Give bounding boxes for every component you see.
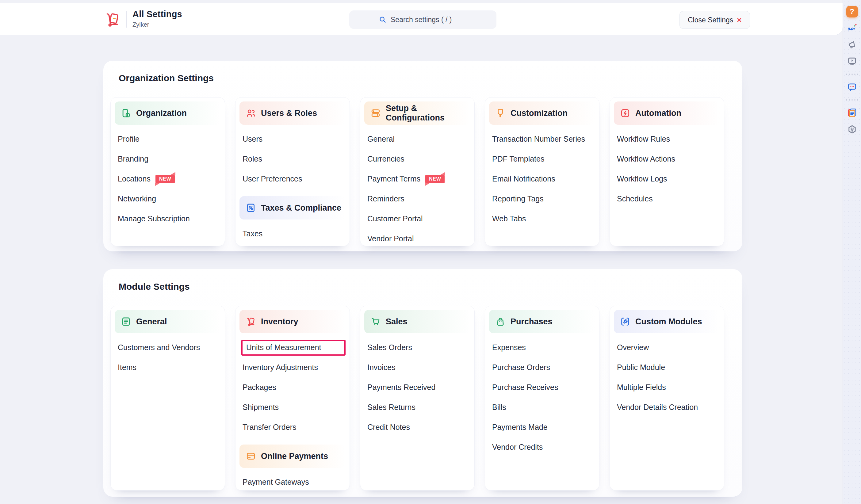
card-title: Users & Roles (261, 109, 317, 118)
settings-link-label: Workflow Logs (617, 175, 667, 183)
settings-link-sales-returns[interactable]: Sales Returns (364, 397, 470, 417)
card-header-automation: Automation (614, 101, 720, 125)
settings-link-transfer-orders[interactable]: Transfer Orders (240, 417, 345, 437)
settings-link-label: General (367, 135, 395, 144)
card-items: ProfileBrandingLocationsNEWNetworkingMan… (111, 125, 225, 229)
settings-link-roles[interactable]: Roles (240, 149, 345, 169)
card-items: Units of MeasurementInventory Adjustment… (235, 333, 350, 437)
settings-link-workflow-logs[interactable]: Workflow Logs (614, 169, 720, 189)
card-items: Customers and VendorsItems (111, 333, 225, 377)
settings-link-vendor-details-creation[interactable]: Vendor Details Creation (614, 397, 720, 417)
settings-link-email-notifications[interactable]: Email Notifications (489, 169, 595, 189)
settings-link-invoices[interactable]: Invoices (364, 357, 470, 377)
settings-link-customer-portal[interactable]: Customer Portal (364, 209, 470, 229)
settings-link-schedules[interactable]: Schedules (614, 189, 720, 209)
settings-link-multiple-fields[interactable]: Multiple Fields (614, 377, 720, 397)
settings-link-reporting-tags[interactable]: Reporting Tags (489, 189, 595, 209)
credit-card-icon (246, 451, 256, 461)
settings-link-branding[interactable]: Branding (115, 149, 221, 169)
settings-link-payment-terms[interactable]: Payment TermsNEW (364, 169, 470, 189)
card-title: Customization (510, 109, 568, 118)
settings-link-units-of-measurement[interactable]: Units of Measurement (240, 338, 345, 357)
card-header-customization: Customization (489, 101, 595, 125)
settings-link-label: Inventory Adjustments (243, 363, 318, 372)
card-header-sales: Sales (364, 310, 470, 333)
settings-link-items[interactable]: Items (115, 357, 221, 377)
settings-link-sales-orders[interactable]: Sales Orders (364, 338, 470, 357)
dots-divider (846, 73, 858, 75)
bolt-icon (620, 108, 630, 118)
settings-link-locations[interactable]: LocationsNEW (115, 169, 221, 189)
card-items: Taxes (235, 219, 350, 244)
settings-link-label: Sales Orders (367, 343, 412, 352)
settings-link-credit-notes[interactable]: Credit Notes (364, 417, 470, 437)
card-header-setup-and-configurations: Setup & Configurations (364, 101, 470, 125)
settings-link-payments-received[interactable]: Payments Received (364, 377, 470, 397)
settings-link-overview[interactable]: Overview (614, 338, 720, 357)
search-input[interactable] (391, 16, 467, 24)
settings-link-web-tabs[interactable]: Web Tabs (489, 209, 595, 229)
card-automation: AutomationWorkflow RulesWorkflow Actions… (610, 97, 724, 246)
settings-link-purchase-receives[interactable]: Purchase Receives (489, 377, 595, 397)
settings-link-public-module[interactable]: Public Module (614, 357, 720, 377)
card-header-users-and-roles: Users & Roles (240, 101, 345, 125)
settings-link-packages[interactable]: Packages (240, 377, 345, 397)
settings-link-inventory-adjustments[interactable]: Inventory Adjustments (240, 357, 345, 377)
settings-link-payment-gateways[interactable]: Payment Gateways (240, 472, 345, 492)
header-divider (126, 11, 127, 28)
settings-link-purchase-orders[interactable]: Purchase Orders (489, 357, 595, 377)
settings-link-profile[interactable]: Profile (115, 129, 221, 149)
settings-link-label: Web Tabs (492, 214, 526, 223)
settings-link-label: Email Notifications (492, 175, 555, 183)
settings-link-transaction-number-series[interactable]: Transaction Number Series (489, 129, 595, 149)
settings-link-label: Overview (617, 343, 649, 352)
settings-link-vendor-credits[interactable]: Vendor Credits (489, 437, 595, 457)
settings-link-payments-made[interactable]: Payments Made (489, 417, 595, 437)
settings-link-users[interactable]: Users (240, 129, 345, 149)
settings-link-label: Workflow Actions (617, 154, 675, 163)
settings-link-general[interactable]: General (364, 129, 470, 149)
card-setup-and-configurations: Setup & ConfigurationsGeneralCurrenciesP… (360, 97, 475, 246)
subcard-header-taxes-and-compliance: Taxes & Compliance (240, 196, 345, 219)
card-header-general: General (115, 310, 221, 333)
new-badge: NEW (155, 175, 175, 183)
top-header: All Settings Zylker Close Settings × (0, 3, 843, 35)
close-settings-button[interactable]: Close Settings × (680, 11, 750, 29)
settings-link-manage-subscription[interactable]: Manage Subscription (115, 209, 221, 229)
settings-link-customers-and-vendors[interactable]: Customers and Vendors (115, 338, 221, 357)
settings-link-networking[interactable]: Networking (115, 189, 221, 209)
hand-truck-icon (246, 316, 256, 327)
section-title: Organization Settings (119, 73, 214, 83)
users-icon (246, 108, 256, 118)
settings-link-pdf-templates[interactable]: PDF Templates (489, 149, 595, 169)
settings-link-workflow-actions[interactable]: Workflow Actions (614, 149, 720, 169)
settings-link-currencies[interactable]: Currencies (364, 149, 470, 169)
settings-link-workflow-rules[interactable]: Workflow Rules (614, 129, 720, 149)
settings-link-user-preferences[interactable]: User Preferences (240, 169, 345, 189)
settings-link-vendor-portal[interactable]: Vendor Portal (364, 229, 470, 249)
chat-icon[interactable] (846, 81, 858, 93)
help-icon[interactable]: ? (846, 5, 858, 18)
settings-link-label: Locations (118, 175, 151, 183)
docs-stack-icon[interactable] (846, 107, 858, 119)
settings-link-reminders[interactable]: Reminders (364, 189, 470, 209)
section-module-settings: Module SettingsGeneralCustomers and Vend… (103, 269, 742, 496)
settings-link-bills[interactable]: Bills (489, 397, 595, 417)
plug-icon[interactable] (846, 123, 858, 136)
settings-link-label: Expenses (492, 343, 526, 352)
settings-link-label: Networking (118, 194, 156, 203)
settings-link-label: Items (118, 363, 136, 372)
settings-link-label: Purchase Orders (492, 363, 550, 372)
megaphone-icon[interactable] (846, 39, 858, 51)
settings-link-taxes[interactable]: Taxes (240, 224, 345, 244)
settings-link-expenses[interactable]: Expenses (489, 338, 595, 357)
settings-link-label: Shipments (243, 403, 279, 412)
monitor-play-icon[interactable] (846, 55, 858, 67)
settings-link-shipments[interactable]: Shipments (240, 397, 345, 417)
settings-link-label: Transaction Number Series (492, 135, 585, 144)
cart-icon (370, 316, 381, 327)
wrench-icon (620, 316, 630, 327)
settings-search[interactable] (349, 11, 496, 29)
zia-icon[interactable] (846, 22, 858, 34)
tax-doc-icon (246, 203, 256, 213)
